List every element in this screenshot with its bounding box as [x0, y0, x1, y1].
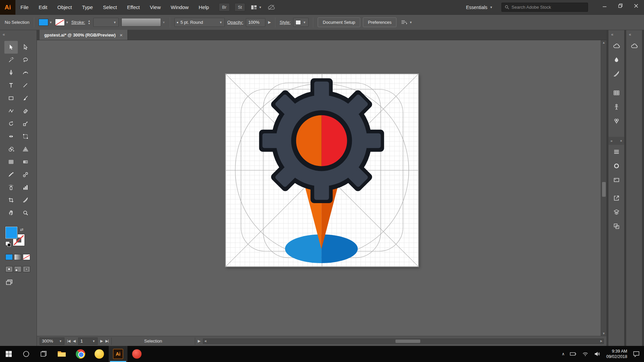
menu-effect[interactable]: Effect: [122, 0, 145, 14]
gps-icon-artwork[interactable]: [259, 78, 384, 263]
stroke-weight-label[interactable]: Stroke:: [71, 20, 85, 25]
menu-window[interactable]: Window: [166, 0, 194, 14]
network-icon[interactable]: [582, 351, 589, 357]
app-logo[interactable]: Ai: [0, 0, 15, 15]
stroke-weight-combo[interactable]: ▼: [93, 18, 119, 27]
tool-blend[interactable]: [19, 168, 32, 181]
appearance-panel-button[interactable]: [610, 173, 623, 187]
menu-edit[interactable]: Edit: [34, 0, 52, 14]
close-button[interactable]: [628, 0, 644, 11]
start-button[interactable]: [0, 346, 17, 362]
last-artboard-button[interactable]: ▶|: [105, 339, 108, 343]
tool-eraser[interactable]: [19, 105, 32, 117]
status-menu-arrow[interactable]: ▶: [198, 339, 200, 343]
menu-type[interactable]: Type: [77, 0, 98, 14]
tool-hand[interactable]: [4, 206, 18, 219]
vertical-scroll-thumb[interactable]: [602, 182, 606, 197]
cc-libraries-panel-button[interactable]: [628, 39, 641, 53]
bridge-button[interactable]: Br: [219, 3, 230, 11]
minimize-button[interactable]: [597, 0, 612, 11]
swap-fill-stroke-icon[interactable]: ⇄: [20, 227, 23, 232]
secondary-dock-header[interactable]: «: [626, 30, 642, 39]
layers-panel-button[interactable]: [610, 205, 623, 219]
brush-preset-combo[interactable]: ● 5 pt. Round ▼: [174, 18, 225, 27]
document-tab[interactable]: gpstest.ai* @ 300% (RGB/Preview) ×: [40, 30, 128, 40]
gear[interactable]: [259, 78, 384, 203]
stroke-weight-stepper[interactable]: ▲ ▼: [88, 20, 91, 25]
menu-select[interactable]: Select: [98, 0, 122, 14]
color-button[interactable]: [5, 254, 13, 260]
search-input[interactable]: [512, 5, 579, 10]
stroke-swatch[interactable]: [55, 19, 65, 26]
cortana-button[interactable]: [17, 346, 35, 362]
none-button[interactable]: [23, 254, 30, 260]
properties-panel-button[interactable]: [610, 145, 623, 159]
first-artboard-button[interactable]: |◀: [67, 339, 70, 343]
opacity-input[interactable]: [246, 18, 265, 27]
task-view-button[interactable]: [35, 346, 52, 362]
tool-perspective-grid[interactable]: [19, 143, 32, 156]
tool-column-graph[interactable]: [19, 181, 32, 194]
taskbar-yellow-app[interactable]: [90, 346, 109, 362]
tool-magic-wand[interactable]: [4, 54, 18, 66]
restore-button[interactable]: [612, 0, 628, 11]
shadow-left-half[interactable]: [285, 234, 321, 263]
tool-line-segment[interactable]: [19, 79, 32, 92]
artboard-navigation[interactable]: ▼: [78, 338, 98, 345]
tool-artboard[interactable]: [4, 194, 18, 206]
volume-icon[interactable]: [594, 351, 601, 357]
arrange-documents-button[interactable]: ▼: [251, 4, 262, 10]
document-setup-button[interactable]: Document Setup: [318, 17, 360, 27]
color-themes-panel-button[interactable]: [610, 53, 623, 67]
tool-shaper[interactable]: [4, 105, 18, 117]
export-panel-button[interactable]: [610, 191, 623, 205]
next-artboard-button[interactable]: ▶: [100, 339, 103, 343]
scroll-left-icon[interactable]: ◀: [204, 340, 206, 343]
taskbar-clock[interactable]: 9:39 AM 09/02/2018: [606, 349, 627, 360]
zoom-control[interactable]: 300% ▼: [40, 338, 64, 345]
color-panel-button[interactable]: [610, 159, 623, 173]
tool-free-transform[interactable]: [19, 130, 32, 143]
swatches-panel-button[interactable]: [610, 86, 623, 100]
collapse-icon[interactable]: «: [3, 32, 5, 37]
fill-color-control[interactable]: ▼: [39, 19, 52, 26]
tool-rectangle[interactable]: [4, 92, 18, 105]
battery-icon[interactable]: [570, 351, 577, 357]
tools-panel-header[interactable]: «: [0, 30, 37, 39]
tool-gradient[interactable]: [19, 156, 32, 168]
menu-help[interactable]: Help: [194, 0, 214, 14]
artboards-panel-button[interactable]: [610, 219, 623, 233]
tool-eyedropper[interactable]: [4, 168, 18, 181]
tool-rotate[interactable]: [4, 117, 18, 130]
taskbar-chrome[interactable]: [71, 346, 90, 362]
draw-behind-button[interactable]: [14, 266, 21, 272]
draw-normal-button[interactable]: [5, 266, 13, 272]
tool-paintbrush[interactable]: [19, 92, 32, 105]
stock-search[interactable]: [501, 3, 588, 12]
brush-definition-control[interactable]: ▼: [121, 18, 165, 26]
action-center-icon[interactable]: [633, 351, 640, 357]
tool-symbol-sprayer[interactable]: [4, 181, 18, 194]
touch-type-panel-button[interactable]: [610, 100, 623, 114]
taskbar-illustrator[interactable]: Ai: [109, 346, 127, 362]
style-combo[interactable]: ▼: [293, 18, 309, 27]
tool-curvature[interactable]: [19, 66, 32, 79]
tool-type[interactable]: [4, 79, 18, 92]
image-trace-panel-button[interactable]: [610, 67, 623, 81]
align-options-control[interactable]: ▼: [400, 19, 412, 25]
collapse-icon[interactable]: «: [611, 32, 613, 37]
opacity-label[interactable]: Opacity:: [227, 20, 244, 25]
menu-file[interactable]: File: [15, 0, 34, 14]
collapse-icon[interactable]: «: [629, 32, 631, 37]
artboard-number-input[interactable]: [80, 339, 90, 344]
tool-width[interactable]: [4, 130, 18, 143]
tool-slice[interactable]: [19, 194, 32, 206]
draw-inside-button[interactable]: [23, 266, 30, 272]
tool-zoom[interactable]: [19, 206, 32, 219]
gradient-button[interactable]: [14, 254, 21, 260]
taskbar-red-app[interactable]: [127, 346, 146, 362]
cc-sync-disabled-button[interactable]: [267, 4, 276, 11]
screen-mode-button[interactable]: [5, 279, 37, 287]
expand-icon[interactable]: »: [610, 139, 612, 143]
tool-direct-selection[interactable]: [19, 41, 32, 54]
